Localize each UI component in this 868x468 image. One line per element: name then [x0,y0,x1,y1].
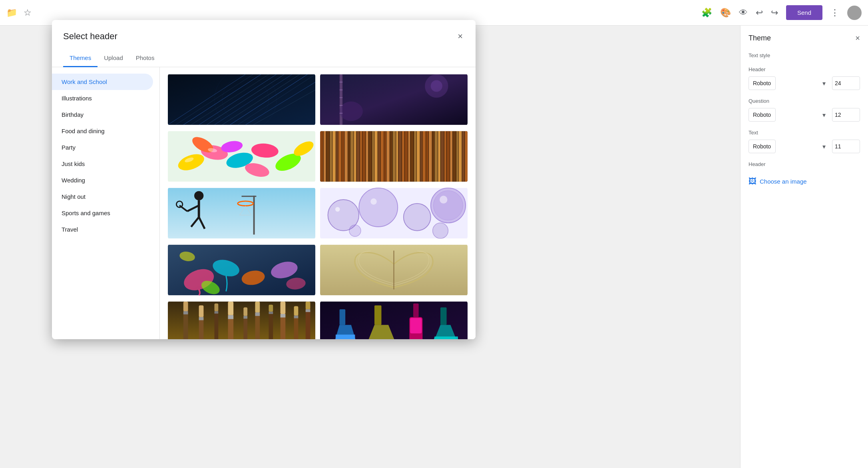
sidebar-item-travel[interactable]: Travel [52,221,153,238]
svg-rect-149 [281,314,286,318]
category-sidebar: Work and School Illustrations Birthday F… [52,67,160,339]
svg-rect-60 [378,131,380,182]
header-size-select[interactable]: 24 [832,76,860,90]
question-size-select[interactable]: 12 [832,108,860,122]
svg-point-107 [404,204,431,231]
svg-rect-145 [269,305,273,312]
image-card-9[interactable] [168,301,315,339]
svg-rect-55 [362,131,366,182]
svg-point-110 [433,223,448,238]
image-icon: 🖼 [749,177,757,186]
svg-point-17 [340,102,363,121]
svg-rect-85 [453,131,456,182]
header-font-select[interactable]: Roboto [749,76,776,90]
svg-rect-125 [168,302,315,339]
modal-close-button[interactable]: × [456,30,464,43]
text-style-label: Text style [749,52,860,58]
theme-panel-header: Theme × [749,34,860,43]
sidebar-item-wedding[interactable]: Wedding [52,172,153,188]
send-button[interactable]: Send [786,5,822,20]
svg-rect-84 [450,131,452,182]
text-font-select[interactable]: Roboto [749,140,776,153]
folder-icon[interactable]: 📁 [6,8,17,18]
svg-rect-72 [414,131,416,182]
svg-point-27 [431,80,442,92]
tab-themes[interactable]: Themes [63,50,98,67]
header-font-row: Roboto 24 [749,76,860,90]
svg-point-112 [335,207,340,212]
question-font-select[interactable]: Roboto [749,108,776,122]
image-card-5[interactable] [168,187,315,239]
sidebar-item-birthday[interactable]: Birthday [52,106,153,123]
svg-rect-140 [243,316,247,319]
svg-rect-53 [356,131,360,182]
svg-rect-131 [199,317,204,320]
svg-rect-68 [402,131,404,182]
svg-rect-130 [199,306,204,317]
svg-rect-157 [340,309,346,325]
svg-point-113 [370,198,377,205]
sidebar-item-food-and-dining[interactable]: Food and dining [52,123,153,139]
svg-point-114 [440,196,447,203]
svg-rect-83 [447,131,450,182]
modal-body: Work and School Illustrations Birthday F… [52,67,476,339]
palette-icon[interactable]: 🎨 [720,8,731,18]
tab-upload[interactable]: Upload [98,50,129,67]
image-card-8[interactable] [320,244,468,296]
svg-rect-66 [396,131,398,182]
image-card-10[interactable] [320,301,468,339]
svg-rect-161 [410,318,422,334]
modal-tabs: Themes Upload Photos [52,50,476,67]
puzzle-icon[interactable]: 🧩 [701,8,712,18]
image-card-3[interactable] [168,130,315,182]
sidebar-item-sports-and-games[interactable]: Sports and games [52,205,153,221]
theme-panel-close-button[interactable]: × [855,34,860,43]
image-card-7[interactable] [168,244,315,296]
undo-icon[interactable]: ↩ [756,8,763,18]
preview-icon[interactable]: 👁 [739,8,748,18]
image-card-1[interactable] [168,74,315,126]
svg-rect-151 [294,306,299,316]
avatar[interactable] [847,6,862,20]
svg-rect-76 [426,131,428,182]
svg-rect-59 [374,131,378,182]
question-label: Question [749,98,860,104]
select-header-modal: Select header × Themes Upload Photos Wor… [52,20,476,339]
modal-title: Select header [63,31,117,42]
image-card-4[interactable] [320,130,468,182]
sidebar-item-party[interactable]: Party [52,139,153,156]
svg-rect-69 [405,131,408,182]
svg-rect-56 [366,131,368,182]
svg-rect-58 [372,131,374,182]
sidebar-item-illustrations[interactable]: Illustrations [52,90,153,106]
redo-icon[interactable]: ↪ [771,8,778,18]
text-size-select[interactable]: 11 [832,140,860,153]
svg-rect-82 [444,131,446,182]
svg-rect-91 [253,196,255,234]
sidebar-item-just-kids[interactable]: Just kids [52,156,153,172]
image-card-6[interactable] [320,187,468,239]
image-card-2[interactable] [320,74,468,126]
theme-panel: Theme × Text style Header Roboto 24 Ques… [740,26,868,468]
svg-rect-61 [380,131,384,182]
svg-rect-52 [354,131,356,182]
sidebar-item-work-and-school[interactable]: Work and School [52,74,153,90]
tab-photos[interactable]: Photos [129,50,161,67]
svg-rect-78 [432,131,434,182]
topbar-left: 📁 ☆ [6,8,32,18]
svg-rect-48 [342,131,344,182]
svg-rect-136 [228,302,234,315]
more-options-icon[interactable]: ⋮ [830,8,839,18]
sidebar-item-night-out[interactable]: Night out [52,188,153,205]
svg-point-106 [359,188,398,227]
svg-rect-88 [462,131,464,182]
svg-rect-73 [417,131,420,182]
svg-rect-80 [438,131,440,182]
choose-image-button[interactable]: 🖼 Choose an image [749,177,807,186]
svg-rect-45 [332,131,336,182]
choose-image-label: Choose an image [760,178,807,185]
star-icon[interactable]: ☆ [24,8,32,18]
question-font-row: Roboto 12 [749,108,860,122]
theme-panel-title: Theme [749,34,771,42]
svg-rect-43 [326,131,330,182]
